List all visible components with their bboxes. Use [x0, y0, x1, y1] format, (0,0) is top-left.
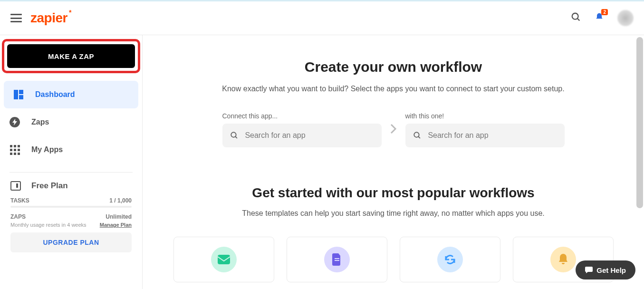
tasks-label: TASKS [10, 197, 29, 204]
search-input-right[interactable] [428, 131, 557, 140]
search-icon [230, 131, 239, 140]
connect-label-right: with this one! [405, 112, 565, 120]
avatar[interactable] [617, 10, 634, 26]
sidebar-item-zaps[interactable]: Zaps [0, 108, 142, 136]
page-title: Create your own workflow [162, 59, 625, 75]
tasks-progress [10, 206, 132, 208]
get-help-button[interactable]: Get Help [576, 260, 635, 279]
svg-line-1 [577, 19, 580, 21]
svg-line-5 [418, 136, 420, 138]
chat-icon [585, 267, 593, 273]
sidebar-item-dashboard[interactable]: Dashboard [4, 81, 138, 108]
logo-star-icon: * [69, 9, 71, 16]
scrollbar[interactable] [636, 37, 643, 208]
logo[interactable]: zapier* [30, 10, 67, 26]
connect-apps-row: Connect this app... with this one! [162, 112, 625, 147]
zaps-label: ZAPS [10, 213, 26, 220]
upgrade-plan-button[interactable]: UPGRADE PLAN [10, 232, 132, 252]
divider [10, 172, 133, 173]
header: zapier* 2 [0, 1, 644, 35]
svg-point-2 [231, 132, 236, 137]
template-cards [162, 237, 625, 282]
sidebar-item-label: Dashboard [35, 90, 75, 99]
popular-title: Get started with our most popular workfl… [162, 185, 625, 201]
svg-rect-8 [335, 260, 339, 261]
document-icon [324, 247, 350, 272]
template-card[interactable] [287, 237, 387, 282]
sidebar-item-myapps[interactable]: My Apps [0, 136, 142, 164]
apps-grid-icon [10, 144, 20, 155]
manage-plan-link[interactable]: Manage Plan [100, 222, 132, 228]
logo-text: zapier [30, 10, 67, 25]
bell-icon [550, 247, 576, 272]
page-subtitle: Know exactly what you want to build? Sel… [162, 85, 625, 93]
search-input-left[interactable] [245, 131, 374, 140]
svg-point-0 [572, 13, 578, 19]
plan-name: Free Plan [31, 181, 68, 191]
svg-rect-6 [218, 255, 230, 264]
make-zap-button[interactable]: MAKE A ZAP [7, 44, 135, 68]
notification-badge: 2 [601, 9, 608, 15]
sidebar-item-label: Zaps [31, 118, 49, 126]
connect-app-left[interactable] [222, 124, 382, 147]
template-card[interactable] [400, 237, 500, 282]
sidebar-item-label: My Apps [31, 145, 63, 154]
connect-app-right[interactable] [405, 124, 565, 147]
global-search-icon[interactable] [571, 12, 581, 24]
svg-rect-7 [335, 258, 339, 259]
sidebar: MAKE A ZAP Dashboard Zaps My Apps Free P… [0, 35, 143, 289]
menu-icon[interactable] [10, 14, 22, 22]
tasks-value: 1 / 1,000 [109, 197, 132, 204]
svg-line-3 [235, 136, 237, 138]
svg-point-4 [414, 132, 419, 137]
search-icon [413, 131, 422, 140]
popular-subtitle: These templates can help you start savin… [162, 209, 625, 218]
make-zap-highlight: MAKE A ZAP [2, 39, 140, 73]
plan-panel: Free Plan TASKS 1 / 1,000 ZAPS Unlimited… [0, 181, 142, 228]
zaps-value: Unlimited [106, 213, 132, 220]
main-content: Create your own workflow Know exactly wh… [143, 35, 644, 289]
mail-icon [211, 247, 237, 272]
plan-icon [10, 181, 21, 191]
template-card[interactable] [173, 237, 274, 282]
bolt-icon [10, 117, 20, 127]
notifications-button[interactable]: 2 [595, 12, 604, 24]
connect-label-left: Connect this app... [222, 112, 382, 120]
chevron-right-icon [390, 124, 397, 136]
sync-icon [437, 247, 463, 272]
help-label: Get Help [596, 266, 626, 274]
reset-text: Monthly usage resets in 4 weeks [10, 222, 87, 228]
dashboard-icon [13, 89, 24, 100]
